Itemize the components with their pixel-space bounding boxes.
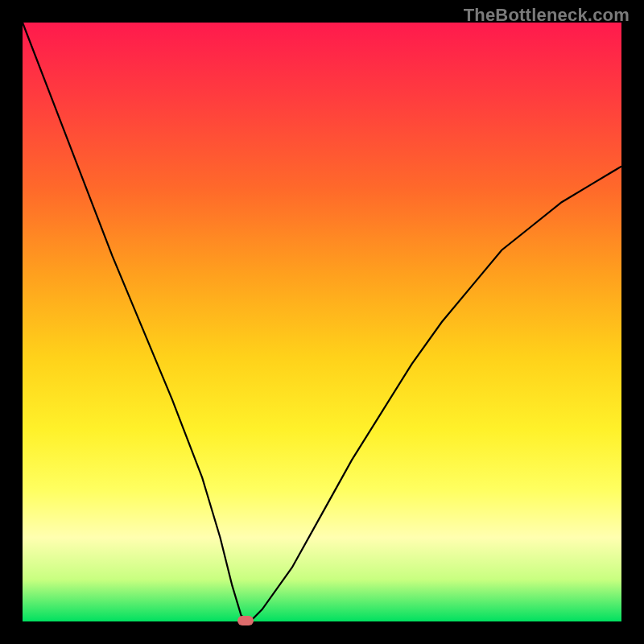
bottleneck-curve (23, 23, 621, 621)
minimum-marker (237, 616, 254, 625)
watermark-text: TheBottleneck.com (464, 5, 630, 26)
chart-frame: TheBottleneck.com (0, 0, 644, 644)
curve-path (23, 23, 621, 621)
